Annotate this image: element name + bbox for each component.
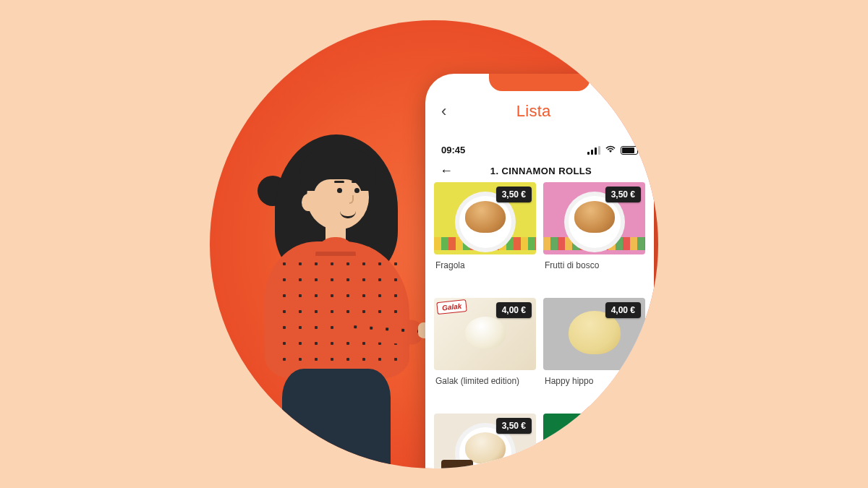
product-name: Galak (limited edition) <box>434 370 536 386</box>
price-badge: 3,50 € <box>605 187 641 202</box>
product-grid: 3,50 € Fragola 3,50 € Frutti di bosco Ga… <box>434 182 645 468</box>
section-title: 1. CINNAMON ROLLS <box>443 166 639 176</box>
product-card[interactable]: 3,50 € Kinder cereali <box>434 414 536 468</box>
battery-icon <box>621 146 638 155</box>
product-card[interactable]: 4,00 € Happy hippo <box>543 298 645 406</box>
product-thumbnail: 3,50 € <box>434 414 536 468</box>
woman-illustration <box>230 129 447 468</box>
phone-notch <box>489 74 590 91</box>
product-name: Fragola <box>434 254 536 270</box>
price-badge: 3,50 € <box>496 418 532 434</box>
price-badge: 4,00 € <box>496 302 532 318</box>
hero-circle: ‹ Lista 09:45 ← 1. CINNAMON ROLLS 3,5 <box>210 20 658 468</box>
brand-tag: Galak <box>436 299 467 314</box>
app-title: Lista <box>516 102 551 121</box>
product-card[interactable]: 3,50 € Frutti di bosco <box>543 182 645 291</box>
product-card[interactable]: 3,50 € Fragola <box>434 182 536 291</box>
product-thumbnail: 3,50 € <box>434 182 536 254</box>
product-thumbnail: Galak 4,00 € <box>434 298 536 370</box>
product-thumbnail: 3,50 € <box>543 414 645 468</box>
product-thumbnail: 4,00 € <box>543 298 645 370</box>
back-button[interactable]: ‹ <box>441 103 446 119</box>
product-card[interactable]: Galak 4,00 € Galak (limited edition) <box>434 298 536 406</box>
app-header: ‹ Lista <box>425 98 654 124</box>
price-badge: 4,00 € <box>605 302 641 318</box>
product-name: Frutti di bosco <box>543 254 645 270</box>
price-badge: 3,50 € <box>605 418 641 434</box>
signal-icon <box>587 146 600 155</box>
price-badge: 3,50 € <box>496 187 532 202</box>
product-name: Happy hippo <box>543 370 645 386</box>
wifi-icon <box>605 145 616 155</box>
product-card[interactable]: 3,50 € Mela e Cannella <box>543 414 645 468</box>
status-time: 09:45 <box>441 145 465 155</box>
product-thumbnail: 3,50 € <box>543 182 645 254</box>
menu-icon[interactable] <box>621 106 638 117</box>
phone-mockup: ‹ Lista 09:45 ← 1. CINNAMON ROLLS 3,5 <box>425 74 654 468</box>
status-bar: 09:45 <box>425 145 654 155</box>
